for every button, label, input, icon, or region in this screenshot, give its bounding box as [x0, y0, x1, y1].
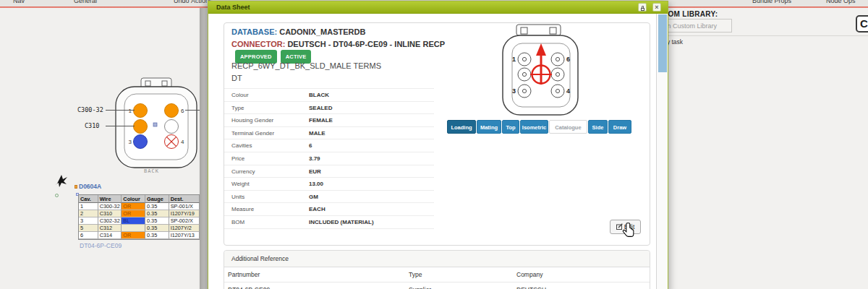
close-icon[interactable]: × — [652, 3, 661, 12]
view-back-label: BACK — [144, 168, 159, 174]
drawing-canvas[interactable]: 1 6 3 4 C300-32 C310 BACK D0604A Cav. Wi… — [0, 8, 205, 289]
col-header-dest: Dest. — [169, 195, 200, 203]
pin-number: 3 — [512, 87, 516, 95]
tab-side[interactable]: Side — [588, 120, 608, 134]
cavity-6[interactable] — [165, 104, 179, 118]
col-header-colour: Colour — [122, 195, 145, 203]
property-row: Weight13.00 — [224, 177, 434, 190]
colour-cell: OR — [122, 232, 145, 239]
additional-reference-header: Partnumber Type Company — [224, 267, 650, 282]
cavity-1[interactable] — [134, 104, 148, 118]
wire-table[interactable]: Cav. Wire Colour Gauge Dest. Te 1 C300-3… — [78, 194, 213, 240]
view-tab-bar: Loading Mating Top Isometric Catalogue S… — [447, 120, 632, 134]
leader-line — [106, 110, 135, 111]
corner-c-button[interactable]: C — [856, 15, 868, 33]
cavity-2[interactable] — [134, 120, 148, 134]
tab-mating[interactable]: Mating — [477, 120, 501, 134]
wire-table-row[interactable]: 3 C302-32 BL 0.35 SP-002/X — [79, 217, 212, 225]
bom-library-panel: BOM LIBRARY: library task C — [647, 8, 868, 289]
snap-point-dot — [55, 194, 59, 197]
connector-loading-view-image: 1 6 3 4 — [495, 24, 589, 116]
dialog-title: Data Sheet — [216, 4, 250, 11]
wire-table-row[interactable]: 5 C312 0.35 I1207Y/2 — [79, 225, 212, 232]
tab-draw[interactable]: Draw — [608, 120, 631, 134]
property-row: Housing GenderFEMALE — [224, 113, 434, 126]
wire-table-row[interactable]: 2 C310 OR 0.35 I1207Y/19 — [79, 210, 212, 217]
database-label: DATABASE: — [231, 27, 277, 36]
tab-top[interactable]: Top — [502, 120, 519, 134]
properties-table: ColourBLACK TypeSEALED Housing GenderFEM… — [224, 88, 434, 229]
leader-line — [106, 126, 135, 126]
cavity-5[interactable] — [165, 120, 179, 134]
ink-cursor-icon — [55, 173, 69, 189]
additional-reference-panel: Additional Reference Partnumber Type Com… — [224, 250, 650, 289]
toolbar-item-nav[interactable]: Nav — [13, 0, 25, 4]
pin-number: 4 — [181, 139, 184, 145]
datasheet-card: DATABASE: CADONIX_MASTERDB CONNECTOR: DE… — [224, 22, 650, 246]
tab-loading[interactable]: Loading — [447, 120, 476, 134]
colour-cell: OR — [122, 203, 145, 210]
toolbar-item-node-ops[interactable]: Node Ops — [826, 0, 856, 4]
pin-number: 1 — [129, 108, 132, 114]
pin-number: 6 — [181, 108, 184, 114]
property-row: TypeSEALED — [224, 101, 434, 114]
colour-cell: BL — [122, 217, 145, 225]
pin-number: 3 — [129, 139, 132, 145]
property-row: CurrencyEUR — [224, 165, 434, 178]
dialog-scrollbar[interactable] — [656, 14, 668, 289]
colour-cell — [122, 225, 145, 232]
property-row: Price3.79 — [224, 152, 434, 165]
pin-number: 6 — [566, 56, 570, 63]
toolbar-item-bundle-props[interactable]: Bundle Props — [752, 0, 791, 4]
mouse-hand-cursor — [621, 222, 636, 238]
property-row: ColourBLACK — [224, 88, 434, 101]
cavity-3[interactable] — [134, 135, 148, 149]
part-series: DT — [231, 74, 242, 82]
connector-label: CONNECTOR: — [231, 40, 285, 48]
scrollbar-thumb[interactable] — [658, 14, 667, 72]
selection-handle[interactable] — [153, 123, 157, 126]
wire-table-row[interactable]: 1 C300-32 OR 0.35 SP-001/X — [79, 203, 212, 210]
pin-number: 1 — [512, 56, 516, 63]
property-row: MeasureEACH — [224, 202, 434, 215]
property-row: BOMINCLUDED (MATERIAL) — [224, 215, 434, 228]
col-header-wire: Wire — [98, 195, 122, 203]
wire-label-c300[interactable]: C300-32 — [77, 106, 103, 113]
connector-line: CONNECTOR: DEUTSCH - DT04-6P-CE09 - INLI… — [231, 39, 448, 64]
refdes-label[interactable]: D0604A — [79, 183, 101, 190]
tab-catalogue[interactable]: Catalogue — [549, 120, 587, 134]
pin-number: 4 — [566, 87, 570, 95]
toolbar-item-undo[interactable]: Undo — [174, 0, 190, 4]
bom-library-heading: BOM LIBRARY: — [663, 10, 718, 18]
wire-label-c310[interactable]: C310 — [85, 122, 99, 129]
col-header-gauge: Gauge — [145, 195, 169, 203]
wire-table-row[interactable]: 6 C314 OR 0.35 I1207Y/13 — [79, 232, 212, 239]
dialog-titlebar[interactable]: Data Sheet × — [208, 1, 668, 14]
property-row: UnitsGM — [224, 190, 434, 203]
property-row: Cavities6 — [224, 139, 434, 152]
wire-table-header: Cav. Wire Colour Gauge Dest. Te — [79, 195, 212, 203]
tab-isometric[interactable]: Isometric — [520, 120, 548, 134]
data-sheet-dialog: Data Sheet × DATABASE: CADONIX_MASTERDB … — [208, 1, 668, 289]
colour-cell: OR — [122, 210, 145, 217]
toolbar-item-general[interactable]: General — [74, 0, 97, 4]
database-line: DATABASE: CADONIX_MASTERDB — [231, 27, 365, 36]
part-description: RECP_6WY_DT_BK_SLD_MALE TERMS — [231, 61, 381, 70]
pin-lock-icon[interactable] — [638, 3, 647, 12]
refdes-marker-icon — [75, 185, 77, 189]
additional-reference-title: Additional Reference — [224, 251, 650, 267]
additional-reference-row[interactable]: DT04-6P-CE09 Supplier DEUTSCH — [224, 282, 650, 289]
panel-divider — [647, 35, 868, 36]
property-row: Terminal GenderMALE — [224, 126, 434, 139]
col-header-cav: Cav. — [79, 195, 98, 203]
connector-partnumber-label[interactable]: DT04-6P-CE09 — [80, 242, 122, 249]
